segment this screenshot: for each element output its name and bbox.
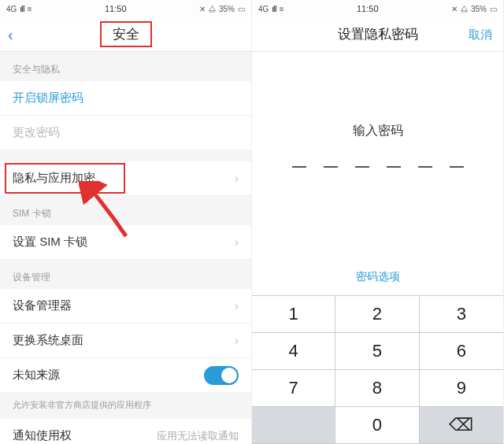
clock: 11:50 <box>32 4 199 13</box>
number-keypad: 1 2 3 4 5 6 7 8 9 0 ⌫ <box>252 295 503 444</box>
unknown-sources-note: 允许安装非官方商店提供的应用程序 <box>0 393 251 419</box>
key-2[interactable]: 2 <box>335 296 419 333</box>
section-header-sim: SIM 卡锁 <box>0 196 251 225</box>
row-enable-lock-password[interactable]: 开启锁屏密码 <box>0 81 251 116</box>
password-prompt: 输入密码 <box>353 123 403 139</box>
chevron-right-icon: › <box>235 334 239 348</box>
network-label: 4G <box>6 5 17 13</box>
phone-right-password: 4G ıll ≡ 11:50 ✕ ⧋ 35% ▭ 设置隐私密码 取消 输入密码 <box>252 0 504 444</box>
key-6[interactable]: 6 <box>420 333 503 370</box>
key-3[interactable]: 3 <box>420 296 503 333</box>
row-device-admin[interactable]: 设备管理器 › <box>0 289 251 324</box>
row-change-launcher[interactable]: 更换系统桌面 › <box>0 324 251 358</box>
row-notification-access[interactable]: 通知使用权 应用无法读取通知 <box>0 419 251 444</box>
wifi-icon: ⧋ <box>209 4 216 13</box>
row-label: 未知来源 <box>13 368 60 383</box>
mute-icon: ✕ <box>199 5 206 13</box>
chevron-right-icon: › <box>235 299 239 313</box>
password-dash <box>355 166 369 168</box>
mute-icon: ✕ <box>451 5 458 13</box>
key-1[interactable]: 1 <box>252 296 335 333</box>
password-dash <box>324 166 338 168</box>
wifi-icon: ⧋ <box>461 4 468 13</box>
password-options-link[interactable]: 密码选项 <box>356 270 400 284</box>
password-dash <box>292 166 306 168</box>
row-privacy-app-encryption[interactable]: 隐私与应用加密 › <box>0 161 251 196</box>
key-blank <box>252 407 335 444</box>
row-label: 隐私与应用加密 <box>13 171 95 186</box>
password-dash <box>418 166 432 168</box>
password-area: 输入密码 密码选项 <box>252 52 503 295</box>
password-dash <box>387 166 401 168</box>
row-label: 更换系统桌面 <box>13 333 83 348</box>
section-header-device: 设备管理 <box>0 260 251 289</box>
row-label: 设置 SIM 卡锁 <box>13 235 87 250</box>
nav-bar: ‹ 安全 <box>0 17 251 52</box>
password-dashes <box>292 166 464 168</box>
row-value: 应用无法读取通知 <box>157 429 239 443</box>
row-label: 更改密码 <box>13 125 60 140</box>
key-8[interactable]: 8 <box>335 370 419 407</box>
signal-icon: ıll <box>272 5 276 13</box>
settings-list: 安全与隐私 开启锁屏密码 更改密码 隐私与应用加密 › SIM 卡锁 设置 SI… <box>0 52 251 444</box>
row-label: 通知使用权 <box>13 428 72 443</box>
key-delete[interactable]: ⌫ <box>420 407 503 444</box>
nav-bar: 设置隐私密码 取消 <box>252 17 503 52</box>
battery-percent: 35% <box>471 5 487 13</box>
chevron-right-icon: › <box>235 172 239 186</box>
key-5[interactable]: 5 <box>335 333 419 370</box>
key-0[interactable]: 0 <box>335 407 419 444</box>
network-label: 4G <box>258 5 269 13</box>
section-header-security: 安全与隐私 <box>0 52 251 81</box>
key-9[interactable]: 9 <box>420 370 503 407</box>
status-bar: 4G ıll ≡ 11:50 ✕ ⧋ 35% ▭ <box>252 0 503 17</box>
row-unknown-sources[interactable]: 未知来源 <box>0 358 251 393</box>
clock: 11:50 <box>284 4 451 13</box>
back-button[interactable]: ‹ <box>8 25 13 43</box>
row-change-password: 更改密码 <box>0 116 251 150</box>
key-4[interactable]: 4 <box>252 333 335 370</box>
battery-icon: ▭ <box>238 5 245 13</box>
row-set-sim-lock[interactable]: 设置 SIM 卡锁 › <box>0 225 251 260</box>
status-bar: 4G ıll ≡ 11:50 ✕ ⧋ 35% ▭ <box>0 0 251 17</box>
password-dash <box>450 166 464 168</box>
cancel-button[interactable]: 取消 <box>469 27 492 42</box>
chevron-right-icon: › <box>235 235 239 250</box>
row-label: 开启锁屏密码 <box>13 91 83 105</box>
phone-left-settings: 4G ıll ≡ 11:50 ✕ ⧋ 35% ▭ ‹ 安全 安全与隐私 开启锁屏… <box>0 0 252 444</box>
signal-icon: ıll <box>20 5 24 13</box>
row-label: 设备管理器 <box>13 298 72 313</box>
key-7[interactable]: 7 <box>252 370 335 407</box>
battery-icon: ▭ <box>490 5 497 13</box>
page-title: 设置隐私密码 <box>327 23 429 46</box>
battery-percent: 35% <box>219 5 235 13</box>
page-title: 安全 <box>100 21 152 47</box>
toggle-unknown-sources[interactable] <box>204 366 239 385</box>
